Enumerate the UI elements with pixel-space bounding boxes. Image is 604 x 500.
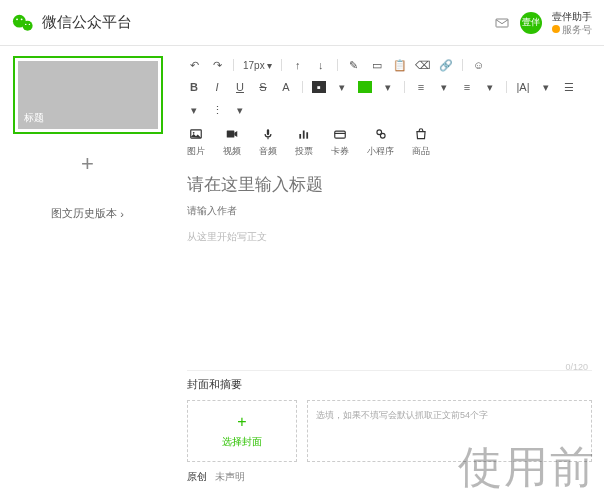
cover-section-title: 封面和摘要: [187, 370, 592, 400]
clear-icon[interactable]: ⌫: [416, 58, 430, 72]
platform-title: 微信公众平台: [42, 13, 132, 32]
history-link[interactable]: 图文历史版本 ›: [51, 206, 124, 221]
user-info: 壹伴助手 服务号: [552, 10, 592, 36]
header: 微信公众平台 壹伴 壹伴助手 服务号: [0, 0, 604, 46]
indent-icon[interactable]: ≡: [460, 80, 474, 94]
add-article-button[interactable]: +: [13, 142, 163, 186]
svg-point-17: [380, 133, 385, 138]
fontsize-select[interactable]: 17px ▾: [243, 60, 272, 71]
svg-rect-12: [303, 131, 305, 139]
user-name: 壹伴助手: [552, 10, 592, 23]
toolbar: ↶ ↷ 17px ▾ ↑ ↓ ✎ ▭ 📋 ⌫ 🔗 ☺ B I U S: [187, 54, 592, 169]
paste-icon[interactable]: 📋: [393, 58, 407, 72]
heading-down-icon[interactable]: ↓: [314, 58, 328, 72]
verified-badge-icon: [552, 25, 560, 33]
image-icon: [188, 127, 204, 141]
author-input[interactable]: [187, 201, 592, 220]
svg-rect-10: [267, 129, 269, 135]
thumbnail-label: 标题: [24, 111, 44, 125]
svg-point-5: [29, 23, 30, 24]
brush-icon[interactable]: ✎: [347, 58, 361, 72]
link-icon[interactable]: 🔗: [439, 58, 453, 72]
wechat-logo-icon: [12, 12, 34, 34]
lineheight-dropdown-icon[interactable]: ▾: [539, 80, 553, 94]
svg-rect-14: [335, 131, 346, 138]
underline-icon[interactable]: U: [233, 80, 247, 94]
plus-icon: +: [237, 413, 246, 431]
header-right: 壹伴 壹伴助手 服务号: [494, 10, 592, 36]
insert-product-button[interactable]: 商品: [412, 127, 430, 158]
chevron-right-icon: ›: [120, 208, 124, 220]
svg-rect-15: [335, 133, 346, 134]
char-count: 0/120: [565, 362, 588, 372]
article-thumbnail[interactable]: 标题: [13, 56, 163, 134]
user-type: 服务号: [552, 23, 592, 36]
text-color-icon[interactable]: ▪: [312, 81, 326, 93]
spacing-dropdown-icon[interactable]: ▾: [233, 103, 247, 117]
miniapp-icon: [373, 127, 389, 141]
logo: 微信公众平台: [12, 12, 132, 34]
plus-icon: +: [81, 151, 94, 177]
bg-color-icon[interactable]: ▾: [335, 80, 349, 94]
select-cover-button[interactable]: + 选择封面: [187, 400, 297, 462]
svg-point-2: [16, 18, 18, 20]
heading-up-icon[interactable]: ↑: [291, 58, 305, 72]
svg-rect-11: [299, 134, 301, 139]
highlight-icon[interactable]: [358, 81, 372, 93]
italic-icon[interactable]: I: [210, 80, 224, 94]
spacing-icon[interactable]: ⋮: [210, 103, 224, 117]
svg-point-1: [23, 20, 33, 30]
editor-main: ↶ ↷ 17px ▾ ↑ ↓ ✎ ▭ 📋 ⌫ 🔗 ☺ B I U S: [175, 46, 604, 500]
original-status[interactable]: 未声明: [215, 470, 245, 484]
video-icon: [224, 127, 240, 141]
redo-icon[interactable]: ↷: [210, 58, 224, 72]
svg-point-8: [193, 132, 195, 134]
insert-video-button[interactable]: 视频: [223, 127, 241, 158]
svg-rect-13: [306, 132, 308, 138]
clipboard-icon[interactable]: ▭: [370, 58, 384, 72]
svg-point-3: [21, 18, 23, 20]
align-dropdown-icon[interactable]: ▾: [437, 80, 451, 94]
vote-icon: [296, 127, 312, 141]
insert-miniapp-button[interactable]: 小程序: [367, 127, 394, 158]
mail-icon[interactable]: [494, 15, 510, 31]
insert-card-button[interactable]: 卡券: [331, 127, 349, 158]
avatar[interactable]: 壹伴: [520, 12, 542, 34]
emoji-icon[interactable]: ☺: [472, 58, 486, 72]
font-color-icon[interactable]: A: [279, 80, 293, 94]
list-icon[interactable]: ☰: [562, 80, 576, 94]
original-row: 原创 未声明: [187, 462, 592, 492]
thumbnail-image: 标题: [18, 61, 158, 129]
insert-audio-button[interactable]: 音频: [259, 127, 277, 158]
svg-rect-6: [496, 19, 508, 27]
svg-rect-9: [227, 131, 235, 138]
highlight-dropdown-icon[interactable]: ▾: [381, 80, 395, 94]
insert-image-button[interactable]: 图片: [187, 127, 205, 158]
indent-dropdown-icon[interactable]: ▾: [483, 80, 497, 94]
undo-icon[interactable]: ↶: [187, 58, 201, 72]
product-icon: [413, 127, 429, 141]
original-label: 原创: [187, 470, 207, 484]
audio-icon: [260, 127, 276, 141]
summary-input[interactable]: 选填，如果不填写会默认抓取正文前54个字: [307, 400, 592, 462]
strikethrough-icon[interactable]: S: [256, 80, 270, 94]
content-editor[interactable]: 从这里开始写正文 0/120: [187, 220, 592, 370]
list-dropdown-icon[interactable]: ▾: [187, 103, 201, 117]
lineheight-icon[interactable]: |A|: [516, 80, 530, 94]
svg-point-4: [25, 23, 26, 24]
insert-vote-button[interactable]: 投票: [295, 127, 313, 158]
card-icon: [332, 127, 348, 141]
align-left-icon[interactable]: ≡: [414, 80, 428, 94]
bold-icon[interactable]: B: [187, 80, 201, 94]
sidebar: 标题 + 图文历史版本 ›: [0, 46, 175, 500]
title-input[interactable]: [187, 169, 592, 201]
